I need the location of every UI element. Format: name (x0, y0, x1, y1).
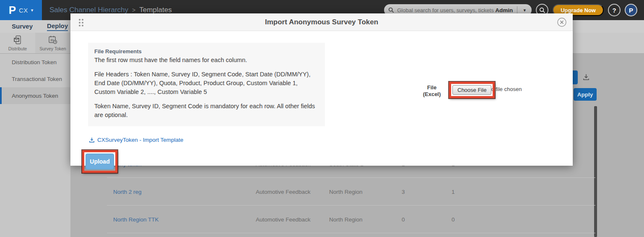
upload-annotation-box: Upload (82, 150, 117, 173)
user-avatar[interactable]: P (625, 4, 637, 16)
survey-token-icon: 31 (48, 35, 58, 45)
requirements-line-3: Token Name, Survey ID, Segment Code is m… (94, 102, 319, 120)
export-download-icon[interactable] (582, 73, 590, 83)
chevron-down-icon: ▾ (31, 8, 34, 13)
logo-p-glyph: P (9, 5, 16, 16)
help-button[interactable]: ? (608, 4, 621, 16)
toolbar-survey-token[interactable]: 31 Survey Token (35, 33, 70, 53)
modal-header: Import Anonymous Survey Token (70, 13, 573, 31)
collected-cell: 0 (452, 216, 455, 222)
breadcrumb-parent-link[interactable]: Sales Channel Hierarchy (49, 6, 128, 14)
search-icon (539, 7, 545, 13)
close-icon[interactable] (557, 17, 567, 27)
choose-file-annotation-box: Choose File (449, 82, 495, 98)
requirements-line-2: File Headers : Token Name, Survey ID, Se… (94, 70, 319, 96)
page: P CX ▾ Sales Channel Hierarchy > Templat… (0, 0, 644, 237)
svg-text:31: 31 (50, 38, 54, 42)
quota-cell: 0 (402, 216, 405, 222)
sidebar-item-anonymous-token[interactable]: Anonymous Token (0, 87, 70, 104)
search-scope-label: Admin (495, 7, 513, 13)
quota-cell: 3 (402, 188, 405, 195)
app-logo-menu[interactable]: P CX ▾ (0, 0, 42, 20)
token-name-link[interactable]: North 2 reg (113, 188, 142, 195)
sidebar-item-transactional-token[interactable]: Transactional Token (0, 70, 70, 87)
breadcrumb-current: Templates (139, 6, 171, 14)
survey-cell: Automotive Feedback (256, 216, 311, 222)
modal-body: File Requirements The first row must hav… (70, 31, 573, 165)
toolbar-survey-token-label: Survey Token (39, 46, 66, 51)
import-anonymous-survey-token-modal: Import Anonymous Survey Token File Requi… (70, 13, 573, 166)
file-excel-label: File (Excel) (419, 84, 444, 98)
token-name-link[interactable]: North Region TTK (113, 216, 159, 222)
logo-product-label: CX (19, 7, 28, 14)
import-template-download-link[interactable]: CXSurveyToken - Import Template (89, 137, 183, 143)
file-requirements-box: File Requirements The first row must hav… (88, 43, 325, 126)
chevron-down-icon: ▾ (523, 8, 526, 13)
breadcrumb-separator: > (132, 7, 135, 13)
table-row[interactable]: North Region TTK Automotive Feedback Nor… (107, 206, 595, 233)
file-label-bottom: (Excel) (419, 91, 444, 98)
segment-cell: North Region (329, 188, 363, 195)
toolbar-distribute[interactable]: Distribute (0, 33, 35, 53)
search-placeholder: Global search for users, surveys, ticket… (397, 7, 495, 13)
file-requirements-title: File Requirements (94, 48, 319, 55)
tab-deploy[interactable]: Deploy (47, 22, 68, 31)
tab-survey[interactable]: Survey (12, 23, 33, 31)
modal-title: Import Anonymous Survey Token (70, 18, 573, 26)
apply-button[interactable]: Apply (574, 88, 597, 101)
import-template-link-label: CXSurveyToken - Import Template (97, 137, 183, 143)
collected-cell: 1 (452, 188, 455, 195)
toolbar-distribute-label: Distribute (8, 46, 27, 51)
upload-button[interactable]: Upload (86, 154, 114, 169)
search-icon (388, 7, 394, 13)
distribute-icon (13, 35, 23, 45)
token-type-sidebar: Distribution Token Transactional Token A… (0, 54, 70, 237)
choose-file-button[interactable]: Choose File (452, 85, 491, 95)
survey-cell: Automotive Feedback (256, 188, 311, 195)
table-row[interactable]: North 2 reg Automotive Feedback North Re… (107, 178, 595, 206)
file-label-top: File (419, 84, 444, 91)
requirements-line-1: The first row must have the field names … (94, 56, 319, 65)
download-icon (89, 137, 95, 143)
segment-cell: North Region (329, 216, 363, 222)
sidebar-item-distribution-token[interactable]: Distribution Token (0, 54, 70, 70)
